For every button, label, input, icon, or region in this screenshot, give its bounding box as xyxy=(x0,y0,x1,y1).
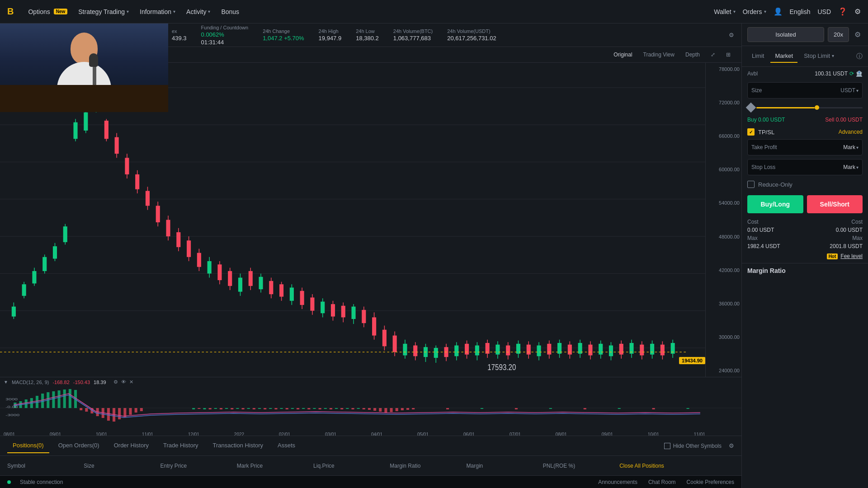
refresh-icon[interactable]: ⟳ xyxy=(849,70,854,77)
take-profit-row: Take Profit Mark ▾ xyxy=(747,139,863,155)
tab-limit[interactable]: Limit xyxy=(747,50,769,63)
tpsl-checkbox[interactable] xyxy=(747,128,755,136)
toolbar-grid-btn[interactable]: ⊞ xyxy=(722,50,734,60)
isolated-bar: Isolated 20x ⚙ xyxy=(742,23,868,46)
buy-long-button[interactable]: Buy/Long xyxy=(747,195,803,213)
tab-open-orders[interactable]: Open Orders(0) xyxy=(53,438,105,453)
svg-rect-40 xyxy=(156,206,160,222)
ticker-settings-icon[interactable]: ⚙ xyxy=(729,32,734,38)
sell-short-button[interactable]: Sell/Short xyxy=(807,195,863,213)
order-settings-icon[interactable]: ⚙ xyxy=(853,28,863,41)
macd-collapse-icon[interactable]: ▼ xyxy=(4,380,8,385)
toolbar-depth-btn[interactable]: Depth xyxy=(682,50,703,60)
svg-rect-66 xyxy=(290,287,294,300)
toolbar-trading-view-btn[interactable]: Trading View xyxy=(640,50,678,60)
svg-rect-214 xyxy=(584,408,586,409)
fee-level-link[interactable]: Fee level xyxy=(840,253,863,259)
chevron-down-icon: ▾ xyxy=(856,165,859,170)
col-close-all[interactable]: Close All Positions xyxy=(619,463,734,469)
svg-rect-212 xyxy=(515,408,518,409)
slider-dot[interactable] xyxy=(815,105,819,110)
advanced-link[interactable]: Advanced xyxy=(839,129,863,135)
leverage-button[interactable]: 20x xyxy=(828,27,849,42)
nav-options[interactable]: Options New xyxy=(28,8,67,15)
svg-rect-197 xyxy=(346,408,349,409)
ticker-change: 24h Change 1,047.2 +5.70% xyxy=(263,28,304,42)
close-icon[interactable]: ✕ xyxy=(129,379,133,385)
slider-handle[interactable] xyxy=(746,103,756,113)
tab-order-history[interactable]: Order History xyxy=(108,438,154,453)
svg-text:17593.20: 17593.20 xyxy=(487,363,516,372)
svg-rect-188 xyxy=(297,408,299,409)
svg-rect-14 xyxy=(32,271,36,283)
svg-rect-207 xyxy=(401,408,404,410)
nav-currency[interactable]: USD xyxy=(817,8,831,15)
svg-rect-176 xyxy=(231,408,233,409)
svg-rect-166 xyxy=(129,408,132,415)
svg-rect-182 xyxy=(264,408,266,409)
stop-loss-type-selector[interactable]: Mark ▾ xyxy=(843,164,859,170)
svg-rect-108 xyxy=(506,346,510,356)
svg-rect-189 xyxy=(302,408,305,409)
toolbar-expand-btn[interactable]: ⤢ xyxy=(707,50,719,60)
svg-rect-175 xyxy=(225,408,228,409)
nav-english[interactable]: English xyxy=(790,8,811,15)
chat-room-link[interactable]: Chat Room xyxy=(648,479,676,485)
reduce-only-checkbox[interactable] xyxy=(747,181,755,188)
svg-text:3000: 3000 xyxy=(5,397,18,401)
nav-information[interactable]: Information ▾ xyxy=(140,8,175,15)
svg-rect-114 xyxy=(537,346,541,357)
slider-fill xyxy=(756,107,815,108)
size-input[interactable] xyxy=(764,87,840,94)
macd-chart: 3000 -0.00 -3000 xyxy=(0,387,741,430)
slider-track[interactable] xyxy=(756,107,863,108)
tp-sl-inputs: Take Profit Mark ▾ Stop Loss Mark ▾ xyxy=(742,137,868,177)
chart-toolbar-right: Original Trading View Depth ⤢ ⊞ xyxy=(610,50,734,60)
chevron-down-icon: ▾ xyxy=(764,9,766,14)
take-profit-type-selector[interactable]: Mark ▾ xyxy=(843,144,859,150)
svg-rect-154 xyxy=(63,389,66,408)
svg-rect-211 xyxy=(481,408,483,409)
svg-rect-54 xyxy=(228,271,232,286)
svg-rect-187 xyxy=(291,408,294,409)
svg-rect-98 xyxy=(454,346,458,357)
account-icon[interactable]: 👤 xyxy=(774,7,783,16)
nav-activity[interactable]: Activity ▾ xyxy=(186,8,210,15)
chevron-down-icon: ▾ xyxy=(856,145,859,150)
tab-stop-limit[interactable]: Stop Limit ▾ xyxy=(799,50,839,63)
tab-assets[interactable]: Assets xyxy=(272,438,301,453)
unit-selector[interactable]: USDT ▾ xyxy=(840,87,859,94)
svg-rect-50 xyxy=(208,261,212,273)
help-icon[interactable]: ❓ xyxy=(838,7,847,16)
toolbar-original-btn[interactable]: Original xyxy=(610,50,636,60)
svg-rect-206 xyxy=(396,408,398,411)
add-funds-icon[interactable]: 🏦 xyxy=(856,70,863,77)
announcements-link[interactable]: Announcements xyxy=(598,479,637,485)
hide-symbols-toggle[interactable]: Hide Other Symbols xyxy=(664,443,722,449)
svg-rect-170 xyxy=(198,408,200,409)
hide-symbols-checkbox[interactable] xyxy=(664,443,670,449)
svg-rect-169 xyxy=(192,408,195,409)
tab-positions[interactable]: Positions(0) xyxy=(7,438,49,453)
svg-rect-200 xyxy=(363,408,365,409)
nav-strategy-trading[interactable]: Strategy Trading ▾ xyxy=(78,8,129,15)
svg-rect-56 xyxy=(238,278,242,292)
svg-rect-201 xyxy=(368,408,371,410)
settings-icon[interactable]: ⚙ xyxy=(113,379,118,385)
tab-transaction-history[interactable]: Transaction History xyxy=(208,438,269,453)
order-info-icon[interactable]: ⓘ xyxy=(856,52,863,61)
table-settings-icon[interactable]: ⚙ xyxy=(729,442,734,449)
svg-rect-184 xyxy=(274,408,277,409)
eye-icon[interactable]: 👁 xyxy=(121,379,126,385)
svg-rect-174 xyxy=(220,408,222,409)
nav-bonus[interactable]: Bonus xyxy=(221,8,239,15)
settings-icon[interactable]: ⚙ xyxy=(854,7,861,16)
tab-trade-history[interactable]: Trade History xyxy=(158,438,204,453)
cookie-prefs-link[interactable]: Cookie Preferences xyxy=(687,479,734,485)
nav-wallet[interactable]: Wallet ▾ xyxy=(714,8,735,15)
reduce-only-row: Reduce-Only xyxy=(742,177,868,192)
nav-orders[interactable]: Orders ▾ xyxy=(743,8,766,15)
margin-ratio-title: Margin Ratio xyxy=(747,267,863,274)
isolated-button[interactable]: Isolated xyxy=(747,27,824,42)
tab-market[interactable]: Market xyxy=(770,50,797,63)
